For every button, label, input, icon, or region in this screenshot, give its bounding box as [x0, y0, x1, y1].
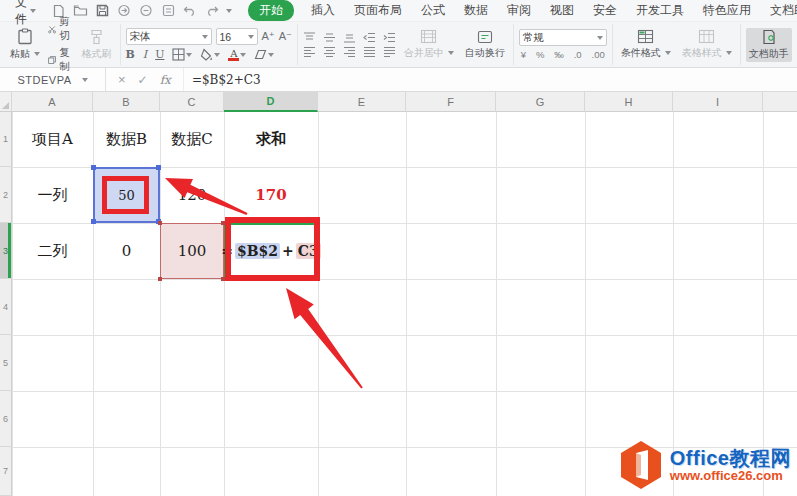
conditional-format-button[interactable]: 条件格式	[618, 28, 674, 61]
tab-special-apps[interactable]: 特色应用	[701, 0, 753, 21]
currency-format-button[interactable]: ¥	[521, 49, 526, 60]
cell-d1[interactable]: 求和	[224, 112, 318, 167]
percent-format-button[interactable]: %	[536, 49, 544, 60]
borders-button[interactable]	[172, 48, 192, 61]
reference-handle[interactable]	[158, 221, 162, 225]
qat-customize-icon[interactable]	[226, 9, 232, 13]
row-header-3[interactable]: 3	[0, 223, 12, 279]
decrease-font-button[interactable]: A⁻	[279, 30, 292, 43]
align-bottom-button[interactable]	[343, 32, 356, 43]
fill-color-button[interactable]	[200, 48, 220, 61]
formula-input[interactable]: =$B$2+C3	[184, 68, 261, 91]
column-header-a[interactable]: A	[12, 92, 93, 112]
reference-handle[interactable]	[91, 219, 96, 224]
eraser-button[interactable]	[254, 49, 274, 60]
export-button[interactable]	[116, 3, 132, 19]
paste-button[interactable]: 粘贴	[7, 27, 43, 62]
cut-button[interactable]: 剪切	[48, 15, 74, 43]
undo-button[interactable]	[182, 3, 198, 19]
cell-a2[interactable]: 一列	[12, 167, 93, 223]
row-header-6[interactable]: 6	[0, 391, 12, 447]
bold-button[interactable]: B	[126, 48, 135, 61]
row-header-1[interactable]: 1	[0, 112, 12, 167]
tab-home[interactable]: 开始	[248, 0, 294, 21]
merge-center-button[interactable]: 合并居中	[401, 28, 457, 61]
cell-b1[interactable]: 数据B	[93, 112, 160, 167]
cell-d3-formula-edit[interactable]: = $B$2 + C3	[224, 223, 318, 279]
chevron-down-icon	[186, 53, 192, 57]
cell-d2[interactable]: 170	[224, 167, 318, 223]
tab-data[interactable]: 数据	[462, 0, 490, 21]
column-header-b[interactable]: B	[93, 92, 160, 112]
increase-font-button[interactable]: A⁺	[262, 30, 275, 43]
justify-button[interactable]	[363, 46, 376, 57]
align-left-button[interactable]	[303, 46, 316, 57]
reference-handle[interactable]	[156, 165, 161, 170]
font-size-select[interactable]: 16	[216, 28, 258, 45]
reference-handle[interactable]	[221, 277, 225, 281]
reference-handle[interactable]	[221, 221, 225, 225]
underline-button[interactable]: U	[155, 48, 164, 61]
align-right-button[interactable]	[343, 46, 356, 57]
print-button[interactable]	[138, 3, 154, 19]
cell-a3[interactable]: 二列	[12, 223, 93, 279]
number-format-select[interactable]: 常规	[519, 29, 607, 46]
reference-handle[interactable]	[91, 165, 96, 170]
cell-c3[interactable]: 100	[160, 223, 224, 279]
row-header-5[interactable]: 5	[0, 335, 12, 391]
tab-developer[interactable]: 开发工具	[634, 0, 686, 21]
tab-security[interactable]: 安全	[591, 0, 619, 21]
doc-assistant-button[interactable]: 文档助手	[746, 28, 792, 62]
tab-formulas[interactable]: 公式	[419, 0, 447, 21]
column-header-e[interactable]: E	[318, 92, 406, 112]
row-header-7[interactable]: 7	[0, 447, 12, 496]
tab-insert[interactable]: 插入	[309, 0, 337, 21]
row-header-2[interactable]: 2	[0, 167, 12, 223]
column-header-d[interactable]: D	[224, 92, 318, 112]
font-name-select[interactable]: 宋体	[126, 28, 212, 45]
wrap-text-button[interactable]: 自动换行	[462, 29, 508, 61]
cell-c2[interactable]: 120	[160, 167, 224, 223]
increase-indent-button[interactable]	[383, 32, 396, 43]
save-button[interactable]	[94, 3, 110, 19]
cell-b3[interactable]: 0	[93, 223, 160, 279]
format-painter-button[interactable]: 格式刷	[79, 28, 115, 62]
open-file-button[interactable]	[72, 3, 88, 19]
font-color-button[interactable]: A	[228, 49, 246, 61]
cell-c1[interactable]: 数据C	[160, 112, 224, 167]
column-header-g[interactable]: G	[496, 92, 585, 112]
enter-button[interactable]: ✓	[138, 73, 148, 87]
cancel-button[interactable]: ×	[118, 72, 126, 87]
reference-handle[interactable]	[158, 277, 162, 281]
italic-button[interactable]: I	[143, 48, 147, 61]
column-header-partial[interactable]	[763, 92, 797, 112]
column-header-c[interactable]: C	[160, 92, 224, 112]
tab-view[interactable]: 视图	[548, 0, 576, 21]
align-middle-button[interactable]	[323, 32, 336, 43]
column-header-i[interactable]: I	[673, 92, 763, 112]
column-header-f[interactable]: F	[406, 92, 496, 112]
cell-b2[interactable]: 50	[93, 167, 160, 223]
decrease-decimal-button[interactable]: .0	[574, 49, 582, 60]
chevron-down-icon	[597, 36, 603, 40]
decrease-indent-button[interactable]	[363, 32, 376, 43]
redo-button[interactable]	[204, 3, 220, 19]
tab-page-layout[interactable]: 页面布局	[352, 0, 404, 21]
comma-format-button[interactable]: ‰	[554, 49, 564, 60]
table-style-button[interactable]: 表格样式	[679, 28, 735, 61]
alignment-group: 合并居中 自动换行	[298, 24, 514, 65]
row-header-4[interactable]: 4	[0, 279, 12, 335]
insert-function-button[interactable]: fx	[160, 73, 171, 87]
name-box[interactable]: STDEVPA	[0, 68, 106, 91]
print-preview-button[interactable]	[160, 3, 176, 19]
column-header-h[interactable]: H	[585, 92, 673, 112]
increase-decimal-button[interactable]: .00	[592, 49, 605, 60]
cell-a1[interactable]: 项目A	[12, 112, 93, 167]
align-top-button[interactable]	[303, 32, 316, 43]
tab-review[interactable]: 审阅	[505, 0, 533, 21]
select-all-corner[interactable]	[0, 92, 12, 112]
distributed-button[interactable]	[383, 46, 396, 57]
chevron-down-icon	[82, 78, 88, 82]
align-center-button[interactable]	[323, 46, 336, 57]
tab-doc-assistant[interactable]: 文档助手	[768, 0, 797, 21]
